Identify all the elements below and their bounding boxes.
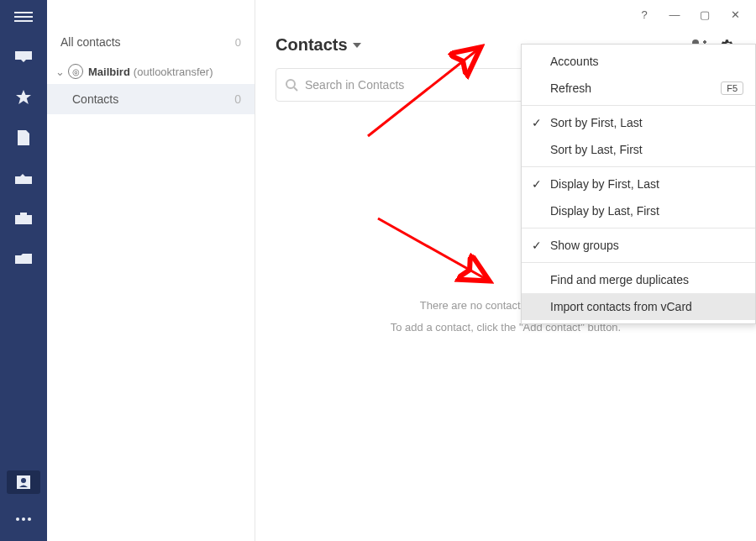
addressbook-icon[interactable] (7, 470, 40, 494)
menu-separator (522, 228, 755, 228)
menu-separator (522, 105, 755, 106)
page-title-text: Contacts (276, 35, 348, 55)
svg-point-15 (286, 80, 295, 88)
star-icon[interactable] (7, 86, 40, 109)
svg-point-9 (22, 517, 25, 521)
close-button[interactable]: ✕ (729, 8, 741, 20)
svg-marker-3 (16, 90, 31, 104)
briefcase-icon[interactable] (7, 207, 40, 230)
page-title[interactable]: Contacts (276, 35, 361, 55)
account-subname: (outlooktransfer) (134, 66, 213, 78)
menu-sort-last-first[interactable]: Sort by Last, First (522, 136, 755, 163)
chevron-down-icon: ⌄ (55, 66, 65, 78)
menu-show-groups[interactable]: Show groups (522, 232, 755, 259)
svg-rect-5 (20, 213, 27, 216)
maximize-button[interactable]: ▢ (699, 8, 711, 20)
menu-display-first-last[interactable]: Display by First, Last (522, 171, 755, 197)
menu-sort-first-last[interactable]: Sort by First, Last (522, 109, 755, 136)
menu-find-merge[interactable]: Find and merge duplicates (522, 266, 755, 293)
menu-refresh[interactable]: Refresh F5 (522, 75, 755, 102)
note-icon[interactable] (7, 126, 40, 150)
minimize-button[interactable]: — (669, 8, 680, 20)
more-icon[interactable] (7, 507, 40, 531)
sidebar-item-contacts[interactable]: Contacts 0 (47, 84, 255, 114)
settings-menu: Accounts Refresh F5 Sort by First, Last … (521, 44, 756, 324)
sidebar: All contacts 0 ⌄ ◎ Mailbird (outlooktran… (47, 0, 255, 541)
menu-separator (522, 262, 755, 263)
menu-separator (522, 166, 755, 167)
all-contacts-label[interactable]: All contacts (60, 35, 121, 49)
inbox-icon[interactable] (7, 45, 40, 69)
search-icon (285, 78, 298, 92)
account-avatar-icon: ◎ (68, 64, 83, 79)
tray-icon[interactable] (7, 166, 40, 190)
svg-rect-4 (15, 215, 32, 224)
nav-rail (0, 0, 47, 541)
menu-accounts[interactable]: Accounts (522, 48, 755, 75)
svg-line-16 (294, 87, 297, 91)
main-panel: Contacts There are no contacts in this g… (255, 0, 756, 541)
menu-display-last-first[interactable]: Display by Last, First (522, 197, 755, 224)
all-contacts-count: 0 (235, 36, 241, 49)
dropdown-caret-icon (353, 43, 361, 48)
menu-import-vcard[interactable]: Import contacts from vCard (522, 293, 755, 320)
menu-icon[interactable] (7, 5, 40, 29)
account-row[interactable]: ⌄ ◎ Mailbird (outlooktransfer) (47, 55, 255, 84)
svg-point-10 (28, 517, 31, 521)
sidebar-contacts-count: 0 (234, 92, 241, 106)
help-button[interactable]: ? (638, 8, 650, 20)
refresh-shortcut: F5 (721, 81, 743, 95)
svg-point-7 (21, 478, 26, 483)
account-name: Mailbird (88, 66, 130, 78)
svg-marker-11 (353, 43, 361, 48)
folder-icon[interactable] (7, 247, 40, 270)
sidebar-contacts-label: Contacts (72, 92, 118, 106)
svg-point-8 (16, 517, 19, 521)
